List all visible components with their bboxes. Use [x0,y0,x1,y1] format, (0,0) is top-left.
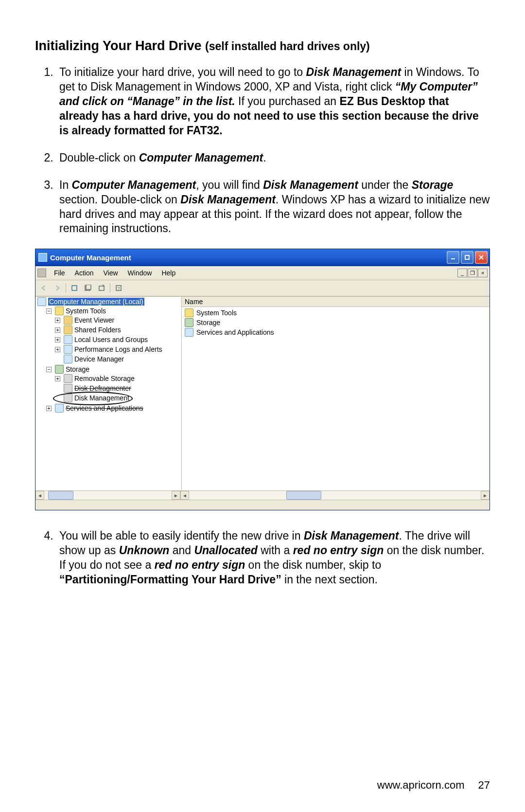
toolbar-export-button[interactable] [96,283,107,293]
tree-system-tools[interactable]: System Tools [66,307,106,315]
tree-event-viewer[interactable]: Event Viewer [74,316,114,324]
app-icon [38,253,47,262]
toolbar-properties-button[interactable] [69,283,80,293]
collapse-icon[interactable]: − [46,367,52,372]
nav-forward-button[interactable] [52,283,63,293]
device-manager-icon [64,355,72,363]
step-3: In Computer Management, you will find Di… [56,178,490,236]
window-title: Computer Management [50,253,447,262]
storage-icon [185,318,193,327]
svg-rect-2 [72,286,77,290]
list-hscroll-track[interactable] [189,491,481,500]
tree-hscroll-track[interactable] [44,491,172,500]
nav-back-button[interactable] [38,283,49,293]
menu-help[interactable]: Help [157,268,180,278]
scroll-left-button[interactable]: ◄ [180,491,189,500]
toolbar-refresh-button[interactable] [83,283,93,293]
storage-icon [55,365,64,374]
footer-url: www.apricorn.com [377,779,465,792]
services-icon [185,328,193,337]
instruction-list: To initialize your hard drive, you will … [35,65,490,236]
defrag-icon [64,384,72,393]
page-number: 27 [478,779,490,792]
computer-icon [37,297,46,306]
mdi-restore-button[interactable]: ❐ [468,269,477,277]
menu-action[interactable]: Action [70,268,99,278]
mdi-minimize-button[interactable]: _ [457,269,467,277]
svg-text:?: ? [117,286,120,291]
expand-icon[interactable]: + [55,347,60,352]
svg-rect-5 [99,286,104,290]
list-item[interactable]: Storage [184,318,488,327]
computer-management-window: Computer Management File Action View Win… [35,249,490,510]
expand-icon[interactable]: + [55,327,60,333]
list-item[interactable]: Services and Applications [184,327,488,337]
tree-hscroll-thumb[interactable] [48,491,73,500]
perflogs-icon [64,345,72,354]
mdi-close-button[interactable]: × [478,269,488,277]
scroll-right-button[interactable]: ► [481,491,490,500]
toolbar-separator [110,284,110,292]
tree-removable[interactable]: Removable Storage [74,375,135,382]
scroll-left-button[interactable]: ◄ [35,491,44,500]
shared-folders-icon [64,325,72,334]
toolbar-separator [66,284,66,292]
svg-rect-0 [451,258,455,259]
page-heading: Initializing Your Hard Drive (self insta… [35,38,490,54]
menubar: File Action View Window Help _ ❐ × [35,266,490,280]
titlebar[interactable]: Computer Management [35,249,490,266]
services-icon [55,404,64,413]
tools-icon [185,308,193,317]
heading-main: Initializing Your Hard Drive [35,38,205,53]
users-icon [64,335,72,344]
statusbar [35,500,490,510]
maximize-button[interactable] [461,251,473,264]
step-4: You will be able to easily identify the … [56,529,490,587]
minimize-button[interactable] [447,251,459,264]
tree-shared-folders[interactable]: Shared Folders [74,326,121,334]
step-1: To initialize your hard drive, you will … [56,65,490,138]
list-hscroll-thumb[interactable] [286,491,321,500]
svg-rect-4 [86,285,91,289]
expand-icon[interactable]: + [55,337,60,343]
tree-root[interactable]: Computer Management (Local) [48,298,144,306]
close-button[interactable] [475,251,488,264]
tree-services[interactable]: Services and Applications [66,404,143,412]
removable-icon [64,374,72,383]
tree-local-users[interactable]: Local Users and Groups [74,336,148,343]
nav-tree-pane[interactable]: Computer Management (Local) − System Too… [35,297,181,490]
list-item[interactable]: System Tools [184,308,488,318]
expand-icon[interactable]: + [46,406,52,411]
tree-disk-management[interactable]: Disk Management [74,394,129,402]
menu-file[interactable]: File [49,268,70,278]
tree-defrag[interactable]: Disk Defragmenter [74,384,131,392]
list-pane[interactable]: Name System Tools Storage Services and A… [181,297,490,490]
menu-window[interactable]: Window [123,268,157,278]
expand-icon[interactable]: + [55,318,60,323]
heading-sub: (self installed hard drives only) [205,40,370,53]
page-footer: www.apricorn.com 27 [377,779,490,792]
svg-rect-1 [465,255,469,259]
list-column-name[interactable]: Name [182,297,490,307]
tree-storage[interactable]: Storage [66,365,89,373]
disk-mgmt-icon [64,394,72,402]
mdi-icon [37,269,46,277]
tree-device-manager[interactable]: Device Manager [74,355,124,363]
toolbar-help-button[interactable]: ? [113,283,124,293]
scrollbar-row: ◄ ► ◄ ► [35,490,490,500]
toolbar: ? [35,280,490,296]
expand-icon[interactable]: + [55,376,60,381]
collapse-icon[interactable]: − [46,308,52,314]
menu-view[interactable]: View [98,268,122,278]
step-2: Double-click on Computer Management. [56,151,490,165]
event-viewer-icon [64,316,72,325]
scroll-right-button[interactable]: ► [172,491,180,500]
tree-perf-logs[interactable]: Performance Logs and Alerts [74,345,162,353]
instruction-list-continued: You will be able to easily identify the … [35,529,490,587]
tools-icon [55,307,64,315]
